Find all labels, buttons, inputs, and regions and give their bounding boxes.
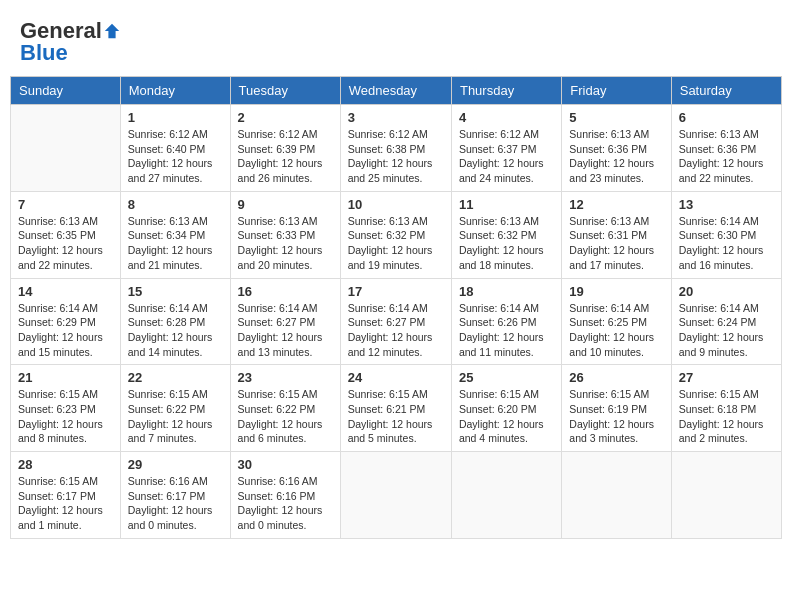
calendar-cell: 13 Sunrise: 6:14 AM Sunset: 6:30 PM Dayl… [671,191,781,278]
calendar-header-row: SundayMondayTuesdayWednesdayThursdayFrid… [11,77,782,105]
calendar-cell: 18 Sunrise: 6:14 AM Sunset: 6:26 PM Dayl… [451,278,561,365]
calendar-cell [562,452,671,539]
day-header-monday: Monday [120,77,230,105]
day-info: Sunrise: 6:14 AM Sunset: 6:29 PM Dayligh… [18,301,113,360]
day-number: 7 [18,197,113,212]
calendar-cell [340,452,451,539]
calendar-cell [11,105,121,192]
day-info: Sunrise: 6:13 AM Sunset: 6:31 PM Dayligh… [569,214,663,273]
day-number: 27 [679,370,774,385]
calendar-cell [451,452,561,539]
day-number: 1 [128,110,223,125]
day-info: Sunrise: 6:12 AM Sunset: 6:40 PM Dayligh… [128,127,223,186]
day-info: Sunrise: 6:15 AM Sunset: 6:22 PM Dayligh… [128,387,223,446]
calendar-cell: 30 Sunrise: 6:16 AM Sunset: 6:16 PM Dayl… [230,452,340,539]
calendar-cell: 10 Sunrise: 6:13 AM Sunset: 6:32 PM Dayl… [340,191,451,278]
day-number: 6 [679,110,774,125]
day-info: Sunrise: 6:14 AM Sunset: 6:27 PM Dayligh… [348,301,444,360]
calendar-cell: 24 Sunrise: 6:15 AM Sunset: 6:21 PM Dayl… [340,365,451,452]
day-info: Sunrise: 6:14 AM Sunset: 6:27 PM Dayligh… [238,301,333,360]
day-info: Sunrise: 6:15 AM Sunset: 6:17 PM Dayligh… [18,474,113,533]
calendar-cell: 15 Sunrise: 6:14 AM Sunset: 6:28 PM Dayl… [120,278,230,365]
day-number: 19 [569,284,663,299]
calendar-cell: 19 Sunrise: 6:14 AM Sunset: 6:25 PM Dayl… [562,278,671,365]
calendar-week-row: 14 Sunrise: 6:14 AM Sunset: 6:29 PM Dayl… [11,278,782,365]
day-info: Sunrise: 6:15 AM Sunset: 6:19 PM Dayligh… [569,387,663,446]
day-number: 22 [128,370,223,385]
day-header-sunday: Sunday [11,77,121,105]
calendar-cell: 6 Sunrise: 6:13 AM Sunset: 6:36 PM Dayli… [671,105,781,192]
day-info: Sunrise: 6:16 AM Sunset: 6:17 PM Dayligh… [128,474,223,533]
day-number: 12 [569,197,663,212]
day-info: Sunrise: 6:13 AM Sunset: 6:36 PM Dayligh… [569,127,663,186]
day-info: Sunrise: 6:13 AM Sunset: 6:32 PM Dayligh… [348,214,444,273]
day-number: 9 [238,197,333,212]
day-info: Sunrise: 6:14 AM Sunset: 6:26 PM Dayligh… [459,301,554,360]
calendar-cell: 28 Sunrise: 6:15 AM Sunset: 6:17 PM Dayl… [11,452,121,539]
day-info: Sunrise: 6:15 AM Sunset: 6:22 PM Dayligh… [238,387,333,446]
calendar-cell: 14 Sunrise: 6:14 AM Sunset: 6:29 PM Dayl… [11,278,121,365]
day-header-thursday: Thursday [451,77,561,105]
calendar-cell: 7 Sunrise: 6:13 AM Sunset: 6:35 PM Dayli… [11,191,121,278]
day-number: 24 [348,370,444,385]
day-info: Sunrise: 6:13 AM Sunset: 6:36 PM Dayligh… [679,127,774,186]
calendar-week-row: 28 Sunrise: 6:15 AM Sunset: 6:17 PM Dayl… [11,452,782,539]
day-info: Sunrise: 6:15 AM Sunset: 6:21 PM Dayligh… [348,387,444,446]
calendar-cell: 11 Sunrise: 6:13 AM Sunset: 6:32 PM Dayl… [451,191,561,278]
day-number: 5 [569,110,663,125]
calendar-cell: 23 Sunrise: 6:15 AM Sunset: 6:22 PM Dayl… [230,365,340,452]
day-number: 26 [569,370,663,385]
day-number: 3 [348,110,444,125]
calendar-cell: 27 Sunrise: 6:15 AM Sunset: 6:18 PM Dayl… [671,365,781,452]
day-number: 14 [18,284,113,299]
calendar-week-row: 7 Sunrise: 6:13 AM Sunset: 6:35 PM Dayli… [11,191,782,278]
day-number: 8 [128,197,223,212]
calendar-cell: 2 Sunrise: 6:12 AM Sunset: 6:39 PM Dayli… [230,105,340,192]
day-number: 30 [238,457,333,472]
calendar-week-row: 1 Sunrise: 6:12 AM Sunset: 6:40 PM Dayli… [11,105,782,192]
calendar-cell: 29 Sunrise: 6:16 AM Sunset: 6:17 PM Dayl… [120,452,230,539]
calendar-cell: 25 Sunrise: 6:15 AM Sunset: 6:20 PM Dayl… [451,365,561,452]
day-info: Sunrise: 6:12 AM Sunset: 6:39 PM Dayligh… [238,127,333,186]
day-number: 18 [459,284,554,299]
day-info: Sunrise: 6:13 AM Sunset: 6:32 PM Dayligh… [459,214,554,273]
calendar-table: SundayMondayTuesdayWednesdayThursdayFrid… [10,76,782,539]
calendar-cell: 22 Sunrise: 6:15 AM Sunset: 6:22 PM Dayl… [120,365,230,452]
day-header-tuesday: Tuesday [230,77,340,105]
day-header-wednesday: Wednesday [340,77,451,105]
day-info: Sunrise: 6:15 AM Sunset: 6:18 PM Dayligh… [679,387,774,446]
day-number: 29 [128,457,223,472]
day-info: Sunrise: 6:14 AM Sunset: 6:25 PM Dayligh… [569,301,663,360]
day-number: 11 [459,197,554,212]
calendar-cell: 3 Sunrise: 6:12 AM Sunset: 6:38 PM Dayli… [340,105,451,192]
day-number: 4 [459,110,554,125]
day-info: Sunrise: 6:14 AM Sunset: 6:24 PM Dayligh… [679,301,774,360]
calendar-cell: 12 Sunrise: 6:13 AM Sunset: 6:31 PM Dayl… [562,191,671,278]
day-number: 23 [238,370,333,385]
day-number: 21 [18,370,113,385]
calendar-cell [671,452,781,539]
calendar-cell: 9 Sunrise: 6:13 AM Sunset: 6:33 PM Dayli… [230,191,340,278]
day-info: Sunrise: 6:13 AM Sunset: 6:35 PM Dayligh… [18,214,113,273]
logo-icon [103,22,121,40]
calendar-cell: 16 Sunrise: 6:14 AM Sunset: 6:27 PM Dayl… [230,278,340,365]
day-header-friday: Friday [562,77,671,105]
day-number: 16 [238,284,333,299]
day-number: 28 [18,457,113,472]
calendar-cell: 5 Sunrise: 6:13 AM Sunset: 6:36 PM Dayli… [562,105,671,192]
calendar-cell: 4 Sunrise: 6:12 AM Sunset: 6:37 PM Dayli… [451,105,561,192]
day-info: Sunrise: 6:15 AM Sunset: 6:20 PM Dayligh… [459,387,554,446]
day-info: Sunrise: 6:13 AM Sunset: 6:34 PM Dayligh… [128,214,223,273]
day-header-saturday: Saturday [671,77,781,105]
day-info: Sunrise: 6:12 AM Sunset: 6:37 PM Dayligh… [459,127,554,186]
day-info: Sunrise: 6:12 AM Sunset: 6:38 PM Dayligh… [348,127,444,186]
day-number: 2 [238,110,333,125]
day-info: Sunrise: 6:14 AM Sunset: 6:30 PM Dayligh… [679,214,774,273]
calendar-cell: 26 Sunrise: 6:15 AM Sunset: 6:19 PM Dayl… [562,365,671,452]
calendar-cell: 20 Sunrise: 6:14 AM Sunset: 6:24 PM Dayl… [671,278,781,365]
day-number: 13 [679,197,774,212]
day-number: 10 [348,197,444,212]
calendar-cell: 1 Sunrise: 6:12 AM Sunset: 6:40 PM Dayli… [120,105,230,192]
day-number: 25 [459,370,554,385]
calendar-cell: 8 Sunrise: 6:13 AM Sunset: 6:34 PM Dayli… [120,191,230,278]
